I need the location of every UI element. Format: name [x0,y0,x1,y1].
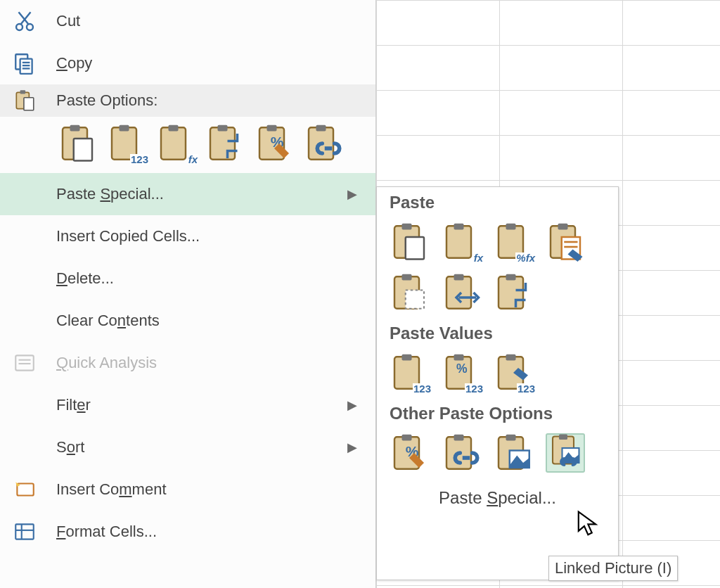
menu-item-delete[interactable]: Delete... [0,257,375,300]
submenu-other-row: % [377,428,618,478]
paste-formulas-icon[interactable]: fx [156,124,195,163]
format-cells-label: Format Cells... [56,523,375,541]
paste-link-icon[interactable] [304,124,343,163]
paste-options-heading: Paste Options: [0,84,375,117]
sub-paste-formulas-icon[interactable]: fx [442,222,481,262]
svg-rect-50 [454,274,464,281]
quick-analysis-label: Quick Analysis [56,354,375,372]
menu-item-paste-special[interactable]: Paste Special... ▶ [0,173,375,215]
cut-label: Cut [56,12,375,30]
svg-rect-55 [402,354,412,361]
svg-rect-19 [210,127,235,160]
svg-line-3 [19,12,29,24]
context-menu: Cut Copy Paste Options: 123 fx % [0,0,376,588]
menu-item-clear-contents[interactable]: Clear Contents [0,300,375,342]
insert-comment-label: Insert Comment [56,480,375,499]
menu-item-insert-comment[interactable]: Insert Comment [0,468,375,511]
svg-text:%: % [456,362,468,376]
svg-rect-42 [558,224,568,230]
menu-item-sort[interactable]: Sort ▶ [0,426,375,468]
svg-rect-48 [406,290,424,309]
svg-rect-37 [446,226,471,258]
paste-icon [13,89,56,113]
svg-rect-65 [454,435,464,441]
sub-paste-formatting-icon[interactable]: % [390,433,429,473]
svg-rect-62 [402,435,412,441]
svg-rect-35 [402,224,412,230]
svg-rect-22 [267,125,277,132]
svg-rect-10 [20,90,25,94]
format-cells-icon [13,520,56,544]
svg-rect-16 [120,125,129,132]
sub-paste-no-borders-icon[interactable] [390,273,429,312]
quick-analysis-icon [13,351,56,375]
svg-rect-13 [70,125,80,132]
svg-rect-14 [74,139,92,161]
svg-point-1 [27,24,33,30]
svg-rect-38 [454,224,464,230]
svg-rect-60 [506,354,516,361]
menu-item-format-cells[interactable]: Format Cells... [0,511,375,553]
sub-paste-values-srcfmt-icon[interactable]: 123 [494,353,533,392]
submenu-paste-values-heading: Paste Values [377,318,618,347]
paste-special-label: Paste Special... [56,185,347,203]
paste-values-icon[interactable]: 123 [107,124,146,163]
sub-paste-values-icon[interactable]: 123 [390,353,429,392]
copy-label: Copy [56,54,375,72]
svg-rect-40 [506,224,516,230]
clear-contents-label: Clear Contents [56,312,375,330]
sub-paste-source-fmt-icon[interactable] [546,222,585,262]
scissors-icon [13,9,56,33]
paste-options-row: 123 fx % [0,117,375,173]
sub-paste-icon[interactable] [390,222,429,262]
menu-item-cut[interactable]: Cut [0,0,375,42]
sub-paste-picture-icon[interactable] [494,433,533,473]
copy-icon [13,51,56,75]
filter-label: Filter [56,396,347,414]
svg-rect-20 [218,125,228,132]
svg-rect-17 [161,127,186,160]
sub-paste-col-widths-icon[interactable] [442,273,481,312]
menu-item-quick-analysis: Quick Analysis [0,342,375,384]
svg-rect-36 [406,237,424,260]
svg-rect-68 [506,435,516,441]
svg-rect-71 [559,435,567,440]
svg-rect-53 [506,274,516,281]
paste-special-submenu: Paste fx %fx Paste Values 123 %123 123 O… [376,186,619,580]
menu-item-filter[interactable]: Filter ▶ [0,384,375,426]
sub-paste-transpose-icon[interactable] [494,273,533,312]
sub-paste-link-icon[interactable] [442,433,481,473]
svg-rect-31 [15,524,34,539]
paste-options-label: Paste Options: [56,91,158,110]
paste-formatting-icon[interactable]: % [255,124,294,163]
paste-transpose-icon[interactable] [205,124,245,163]
svg-rect-11 [24,98,34,110]
sub-paste-formulas-numfmt-icon[interactable]: %fx [494,222,533,262]
tooltip-linked-picture: Linked Picture (I) [548,556,678,581]
svg-line-2 [21,12,31,24]
sub-paste-linked-picture-icon[interactable] [546,433,585,473]
sub-paste-values-numfmt-icon[interactable]: %123 [442,353,481,392]
svg-rect-18 [169,125,179,132]
svg-rect-52 [499,276,523,309]
submenu-arrow-icon: ▶ [347,440,375,455]
comment-icon [13,478,56,501]
svg-point-0 [16,24,22,30]
svg-rect-49 [446,276,471,309]
sort-label: Sort [56,438,347,456]
submenu-other-heading: Other Paste Options [377,398,618,428]
svg-rect-57 [454,354,464,361]
menu-item-insert-copied-cells[interactable]: Insert Copied Cells... [0,215,375,257]
insert-copied-cells-label: Insert Copied Cells... [56,227,375,245]
delete-label: Delete... [56,269,375,288]
submenu-arrow-icon: ▶ [347,397,375,413]
svg-rect-47 [402,274,412,281]
submenu-paste-special-item[interactable]: Paste Special... [377,478,618,513]
submenu-arrow-icon: ▶ [347,186,375,202]
submenu-paste-row1: fx %fx [377,217,618,267]
menu-item-copy[interactable]: Copy [0,42,375,84]
paste-keep-formatting-icon[interactable] [58,124,97,163]
submenu-values-row: 123 %123 123 [377,347,618,398]
submenu-paste-heading: Paste [377,187,618,217]
svg-rect-30 [17,484,33,496]
